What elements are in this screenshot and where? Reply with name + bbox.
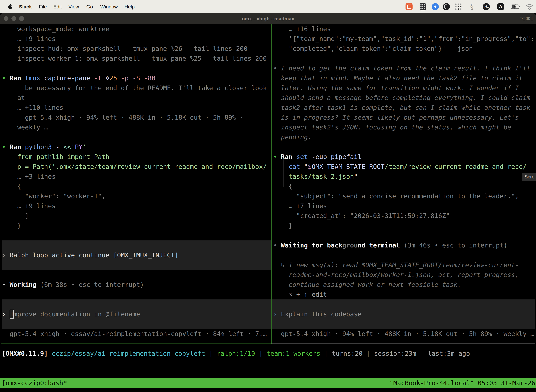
terminal-line: … +7 lines [289, 201, 327, 211]
terminal-line: ⌥ + ↑ edit [289, 289, 327, 299]
menu-item-slack[interactable]: Slack [19, 0, 32, 13]
terminal-line: Ran set -euo pipefail [281, 152, 362, 162]
terminal-line: { [289, 182, 292, 191]
menu-item-edit[interactable]: Edit [53, 0, 62, 13]
terminal-line: from pathlib import Path [17, 152, 109, 162]
terminal-line: gpt-5.4 xhigh · essay/ai-reimplementatio… [10, 329, 267, 339]
terminal-line: … +110 lines [17, 103, 63, 112]
terminal-line: Ralph loop active continue [OMX_TMUX_INJ… [10, 250, 178, 260]
terminal-line: readme-and-reco/mailbox/worker-1.json, a… [289, 270, 519, 280]
terminal-line: ] [25, 211, 29, 221]
menu-item-help[interactable]: Help [124, 0, 135, 13]
terminal-line: Working (6m 38s • esc to interrupt) [10, 280, 144, 289]
terminal-line: pending. [281, 132, 312, 142]
menu-item-view[interactable]: View [68, 0, 79, 13]
terminal-line: … +16 lines [289, 24, 331, 34]
terminal-line: keep that in mind. Maybe I also need the… [281, 73, 523, 83]
chain-icon[interactable]: § [469, 3, 475, 10]
terminal-line: should send a message before completing … [281, 93, 531, 103]
terminal-line: › [2, 250, 6, 260]
wifi-icon[interactable] [526, 3, 534, 10]
terminal-line: "worker": "worker-1", [25, 191, 105, 201]
terminal-line: inspect_worker-1: omx sparkshell --tmux-… [17, 54, 267, 63]
tmux-session-label: [omx-cczip0:bash* [2, 378, 67, 388]
menu-bar: SlackFileEditViewGoWindowHelp § [0, 0, 536, 13]
terminal-line: inspect task2's JSON, focusing on the st… [281, 122, 511, 132]
dots-grid-icon[interactable] [455, 3, 462, 10]
terminal-line: workspace_mode: worktree [17, 24, 109, 34]
terminal-line: • [2, 73, 6, 83]
code-block-bar [12, 154, 12, 182]
terminal-line: "created_at": "2026-03-31T11:59:27.816Z" [296, 211, 450, 221]
terminal-line: gpt-5.4 xhigh · 94% left · 488K in · 5.1… [25, 112, 244, 122]
terminal-line: weekly … [17, 122, 48, 132]
terminal-line: inspect_hud: omx sparkshell --tmux-pane … [17, 44, 247, 54]
terminal-line: Waiting for background terminal (3m 46s … [281, 240, 507, 250]
terminal-line: "subject": "send a concise recommendatio… [296, 191, 519, 201]
terminal-line: … +9 lines [17, 201, 56, 211]
tmux-status-bar: [omx-cczip0:bash*"MacBook-Pro-44.local" … [0, 378, 536, 388]
apple-icon[interactable] [7, 3, 13, 10]
blue-bolt-icon[interactable] [431, 3, 439, 10]
terminal-line: { [17, 182, 21, 191]
moon-circle-icon[interactable] [442, 3, 450, 10]
window-shortcut: ⌥⌘1 [520, 13, 534, 24]
terminal-line: … +3 lines [17, 172, 56, 182]
menu-item-go[interactable]: Go [86, 0, 93, 13]
pane-border-bottom-right [272, 344, 535, 344]
output-corner [12, 84, 15, 88]
terminal-line: gpt-5.4 xhigh · 94% left · 488K in · 5.1… [281, 329, 534, 339]
terminal-line: tasks/task-2.json" [289, 172, 358, 182]
terminal-line: } [289, 221, 292, 231]
terminal-line: • [2, 142, 6, 152]
omx-status-line: [OMX#0.11.9] cczip/essay/ai-reimplementa… [2, 349, 470, 359]
terminal-line: • [2, 280, 6, 289]
tmux-host-time-label: "MacBook-Pro-44.local" 05:03 31-Mar-26 [389, 378, 535, 388]
terminal-line: task2 after task1 is complete, but can I… [281, 103, 531, 112]
keypad-shield-icon[interactable] [419, 3, 426, 10]
terminal-line: … +9 lines [17, 34, 56, 44]
terminal-line: be necessary for the end of the README. … [25, 83, 267, 93]
output-corner [283, 182, 286, 187]
terminal-line: ↳ 1 new msg(s): read $OMX_TEAM_STATE_ROO… [281, 260, 519, 270]
terminal-line: mprove documentation in @filename [13, 309, 140, 319]
terminal-line: at [17, 93, 25, 103]
terminal-line: p = Path('.omx/state/team/review-current… [17, 162, 267, 172]
terminal-line: › [2, 309, 6, 319]
screen-share-tooltip: Scre [522, 173, 536, 181]
window-title: omx --xhigh --madmax [0, 13, 536, 24]
terminal-line: › [273, 309, 277, 319]
terminal-line: '{"team_name":"my-team","task_id":"1","f… [289, 34, 534, 44]
terminal-line: Ran tmux capture-pane -t %25 -p -S -80 [10, 73, 155, 83]
terminal-line: continue assigned work or next feasible … [289, 280, 461, 289]
letter-a-icon[interactable]: A [497, 3, 504, 10]
terminal-line: Ran python3 - <<'PY' [10, 142, 86, 152]
battery-icon[interactable] [511, 3, 521, 10]
terminal-line: is in progress? It seems likely but perh… [281, 112, 519, 122]
terminal-line: cat "$OMX_TEAM_STATE_ROOT/team/review-cu… [289, 162, 526, 172]
terminal-line: • [273, 240, 277, 250]
menu-item-window[interactable]: Window [100, 0, 118, 13]
text-cursor: I [10, 310, 14, 319]
chat-app-icon[interactable] [405, 3, 413, 10]
pane-border-bottom-left [1, 344, 272, 344]
pane-divider[interactable] [271, 24, 272, 344]
percent-badge-icon[interactable]: ..61 [483, 3, 490, 10]
terminal-line: I need to get the claim token from the c… [281, 63, 531, 73]
terminal-line: later. Using the same for transition mig… [281, 83, 519, 93]
terminal-content: Scre workspace_mode: worktree… +9 linesi… [0, 24, 536, 392]
terminal-line: • [273, 63, 277, 73]
title-bar: omx --xhigh --madmax ⌥⌘1 [0, 13, 536, 24]
output-corner [12, 182, 15, 187]
terminal-line: "completed","claim_token":"claim-token"}… [289, 44, 473, 54]
terminal-line: Explain this codebase [281, 309, 362, 319]
terminal-line: • [273, 152, 277, 162]
terminal-line: } [17, 221, 21, 231]
menu-item-file[interactable]: File [39, 0, 47, 13]
